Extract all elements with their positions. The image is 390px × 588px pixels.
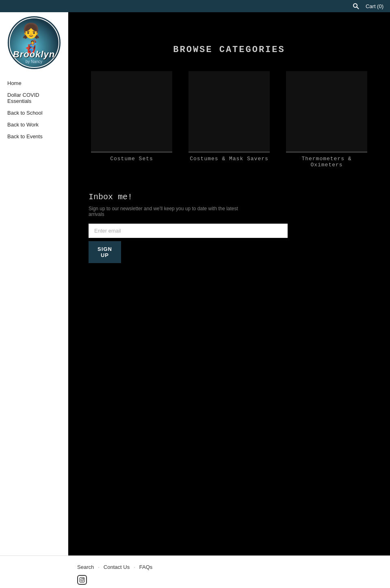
newsletter-section: Inbox me! Sign up to our newsletter and … [68,176,390,287]
page-layout: 👧🦸 Brooklyn by Nancy HomeDollar COVID Es… [0,12,390,555]
logo-sub: by Nancy [26,59,43,64]
footer-link-search[interactable]: Search [77,564,94,570]
footer-link-faqs[interactable]: FAQs [139,564,153,570]
search-icon [353,3,359,9]
svg-point-3 [81,579,83,581]
footer-link-contact[interactable]: Contact Us [104,564,130,570]
logo-brand-name: Brooklyn [13,49,55,60]
logo-circle: 👧🦸 Brooklyn by Nancy [8,16,61,69]
browse-title: BROWSE CATEGORIES [173,45,285,55]
category-image-costumes-sets [91,71,172,152]
sidebar-nav: HomeDollar COVID EssentialsBack to Schoo… [0,73,68,146]
svg-point-0 [353,4,357,7]
footer-links: Search·Contact Us·FAQs [12,564,152,570]
sidebar-item-back-to-school[interactable]: Back to School [0,107,68,119]
newsletter-title: Inbox me! [89,192,132,202]
sidebar-item-back-to-work[interactable]: Back to Work [0,119,68,131]
svg-line-1 [357,7,359,9]
top-bar: Cart (0) [0,0,390,12]
category-card-costumes-masks[interactable]: Costumes & Mask Savers [186,71,272,168]
footer-dot: · [134,564,135,570]
categories-grid: Costume Sets Costumes & Mask Savers Ther… [68,71,390,168]
category-image-costumes-masks [188,71,270,152]
search-button[interactable] [353,3,359,9]
logo-inner: 👧🦸 Brooklyn by Nancy [10,18,58,67]
category-label-thermometers: Thermometers & Oximeters [284,156,369,168]
sidebar-item-home[interactable]: Home [0,77,68,89]
category-card-thermometers[interactable]: Thermometers & Oximeters [284,71,369,168]
main-content: BROWSE CATEGORIES Costume Sets Costumes … [68,12,390,555]
instagram-icon[interactable] [77,575,87,585]
cart-button[interactable]: Cart (0) [366,3,384,9]
logo[interactable]: 👧🦸 Brooklyn by Nancy [0,12,68,73]
sidebar-item-covid[interactable]: Dollar COVID Essentials [0,89,68,107]
category-image-thermometers [286,71,367,152]
svg-point-4 [83,578,84,579]
footer: Search·Contact Us·FAQs © 2023 Brooklyn B… [0,555,390,588]
category-card-costumes-sets[interactable]: Costume Sets [89,71,174,168]
category-label-costumes-masks: Costumes & Mask Savers [190,156,269,162]
sidebar-item-back-to-events[interactable]: Back to Events [0,131,68,142]
signup-button[interactable]: SIGN UP [89,241,121,263]
email-input[interactable] [89,224,288,238]
footer-dot: · [98,564,100,570]
footer-social [12,575,87,585]
newsletter-subtitle: Sign up to our newsletter and we'll keep… [89,206,251,217]
category-label-costumes-sets: Costume Sets [110,156,153,162]
svg-rect-2 [80,577,84,582]
newsletter-form: SIGN UP [89,224,288,263]
sidebar: 👧🦸 Brooklyn by Nancy HomeDollar COVID Es… [0,12,68,555]
